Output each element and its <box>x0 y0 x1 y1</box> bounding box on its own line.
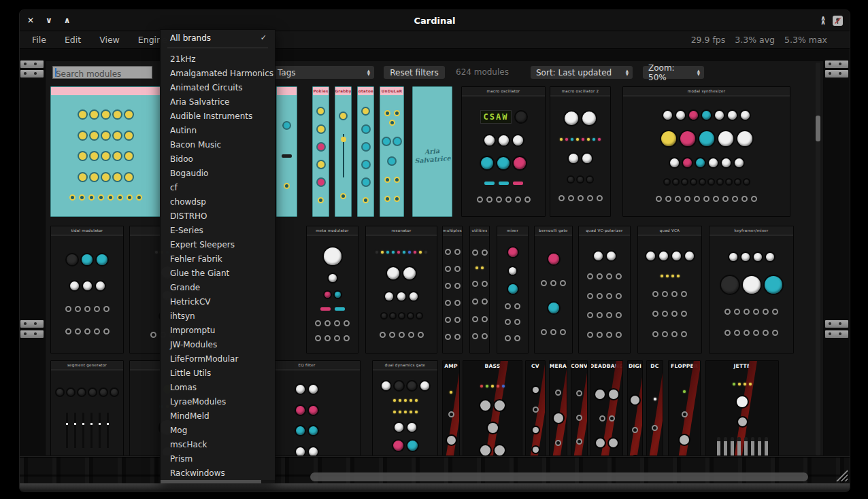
search-field[interactable] <box>52 66 152 79</box>
menu-item-edit[interactable]: Edit <box>65 35 81 45</box>
module-tile-meta-modulator[interactable]: meta modulator <box>306 226 358 354</box>
brand-option[interactable]: Aria Salvatrice <box>161 94 275 109</box>
horizontal-scrollbar-thumb[interactable] <box>310 472 808 481</box>
brand-option[interactable]: Glue the Giant <box>161 266 275 280</box>
brand-option[interactable]: Lomas <box>161 380 275 394</box>
pin-icon[interactable] <box>833 16 843 26</box>
brand-option[interactable]: MindMeld <box>161 409 275 423</box>
brand-option[interactable]: Little Utils <box>161 366 275 380</box>
module-tile-quad-vca[interactable]: quad VCA <box>637 226 702 354</box>
module-tile-multiples[interactable]: multiples <box>442 226 463 354</box>
module-tile-quad-vc-polarizer[interactable]: quad VC-polarizer <box>578 226 631 354</box>
brand-option-all[interactable]: All brands ✓ <box>161 30 275 46</box>
module-tile-tidal-modulator[interactable]: tidal modulator <box>50 226 124 354</box>
reset-filters-button[interactable]: Reset filters <box>384 66 445 79</box>
brand-option[interactable]: Bidoo <box>161 152 275 166</box>
rack-rail <box>20 330 44 338</box>
brand-option[interactable]: HetrickCV <box>161 294 275 309</box>
brand-option[interactable]: chowdsp <box>161 194 275 209</box>
brand-option[interactable]: LifeFormModular <box>161 351 275 366</box>
knob-icon <box>399 313 404 318</box>
double-chevron-up-icon[interactable]: ∧∧ <box>820 16 826 24</box>
module-tile-bernoulli-gate[interactable]: bernoulli gate <box>534 226 573 354</box>
chevron-down-icon[interactable]: ∨ <box>46 16 52 25</box>
brand-option[interactable]: Expert Sleepers <box>161 237 275 252</box>
brand-option[interactable]: DISTRHO <box>161 209 275 223</box>
knob-icon <box>324 292 331 298</box>
dropdown-scrollbar-track[interactable] <box>161 480 275 483</box>
module-tile-dc[interactable]: DC <box>646 360 663 456</box>
brand-option[interactable]: LyraeModules <box>161 394 275 409</box>
brand-option[interactable]: Prism <box>161 451 275 466</box>
module-tile-resonator[interactable]: resonator <box>365 226 437 354</box>
module-tile-unnamed[interactable] <box>50 86 161 217</box>
brand-option[interactable]: ihtsyn <box>161 309 275 323</box>
brand-option[interactable]: E-Series <box>161 223 275 237</box>
module-tile-macro-oscillator[interactable]: macro oscillatorCSAW <box>461 86 546 217</box>
knob-icon <box>407 381 416 390</box>
knob-icon <box>594 252 603 260</box>
module-title: MERA <box>550 361 567 371</box>
module-tile-segment-generator[interactable]: segment generator <box>50 360 124 456</box>
brand-option[interactable]: Grande <box>161 280 275 294</box>
jack-icon <box>616 273 622 279</box>
brand-option[interactable]: Rackwindows <box>161 466 275 480</box>
module-tile-utilities[interactable]: utilities <box>469 226 490 354</box>
module-title: JETTE <box>706 361 778 371</box>
module-tile-cv[interactable]: CV <box>525 360 546 456</box>
brand-option[interactable]: JW-Modules <box>161 337 275 351</box>
jack-icon <box>578 195 584 201</box>
search-input[interactable] <box>53 69 152 80</box>
knob-icon <box>744 179 749 184</box>
module-tile-rotatoes[interactable]: Rotatoes <box>357 86 374 217</box>
close-icon[interactable]: ✕ <box>27 16 34 25</box>
sort-select[interactable]: Sort: Last updated ▲▼ <box>531 66 633 79</box>
brand-option[interactable]: Animated Circuits <box>161 80 275 94</box>
module-tile-digi[interactable]: DIGI <box>627 360 643 456</box>
zoom-select[interactable]: Zoom: 50% ▲▼ <box>643 66 704 79</box>
module-tile-mixer[interactable]: mixer <box>497 226 529 354</box>
module-tile-bass[interactable]: BASS <box>463 360 522 456</box>
module-tile-pokies[interactable]: Pokies <box>312 86 329 217</box>
chevron-up-icon[interactable]: ∧ <box>64 16 71 25</box>
menu-item-view[interactable]: View <box>99 35 120 45</box>
knob-icon <box>125 173 133 181</box>
tags-filter-select[interactable]: Tags ▲▼ <box>272 66 374 79</box>
knob-icon <box>420 381 429 390</box>
module-tile-jette[interactable]: JETTE <box>705 360 779 456</box>
module-tile-unnamed[interactable] <box>276 86 297 217</box>
led-icon <box>399 399 401 402</box>
jack-icon <box>681 331 687 337</box>
brand-option[interactable]: Fehler Fabrik <box>161 252 275 266</box>
brand-option[interactable]: 21kHz <box>161 52 275 66</box>
module-tile-dual-dynamics-gate[interactable]: dual dynamics gate <box>372 360 438 456</box>
brand-option[interactable]: Autinn <box>161 123 275 137</box>
brand-option[interactable]: Bogaudio <box>161 166 275 180</box>
module-tile-amp[interactable]: AMP <box>442 360 460 456</box>
module-art <box>335 95 351 216</box>
module-tile-deadband[interactable]: DEADBAND <box>590 360 623 456</box>
module-tile-flopper[interactable]: FLOPPER <box>668 360 701 456</box>
brand-option[interactable]: Mog <box>161 423 275 437</box>
brand-option[interactable]: mscHack <box>161 437 275 451</box>
module-tile-mera[interactable]: MERA <box>549 360 567 456</box>
module-tile-modal-synthesizer[interactable]: modal synthesizer <box>622 86 790 217</box>
brand-option[interactable]: Amalgamated Harmonics <box>161 66 275 80</box>
brand-option[interactable]: Impromptu <box>161 323 275 337</box>
module-tile-conv[interactable]: CONV <box>571 360 588 456</box>
jack-icon <box>445 334 451 340</box>
menu-item-file[interactable]: File <box>32 35 46 45</box>
label-chip <box>499 182 509 185</box>
jack-icon <box>652 425 658 431</box>
brand-option[interactable]: cf <box>161 180 275 194</box>
vertical-scrollbar-thumb[interactable] <box>816 116 820 141</box>
module-tile-undular[interactable]: UnDuLaR <box>380 86 404 217</box>
dropdown-scrollbar-thumb[interactable] <box>161 480 261 483</box>
module-tile-macro-oscillator-2[interactable]: macro oscillator 2 <box>550 86 611 217</box>
brand-option[interactable]: Audible Instruments <box>161 109 275 123</box>
module-tile-unnamed[interactable]: Aria Salvatrice <box>412 86 452 217</box>
module-tile-grabby[interactable]: Grabby <box>335 86 352 217</box>
jack-icon <box>445 317 451 323</box>
module-tile-keyframer-mixer[interactable]: keyframer/mixer <box>709 226 794 354</box>
brand-option[interactable]: Bacon Music <box>161 137 275 152</box>
